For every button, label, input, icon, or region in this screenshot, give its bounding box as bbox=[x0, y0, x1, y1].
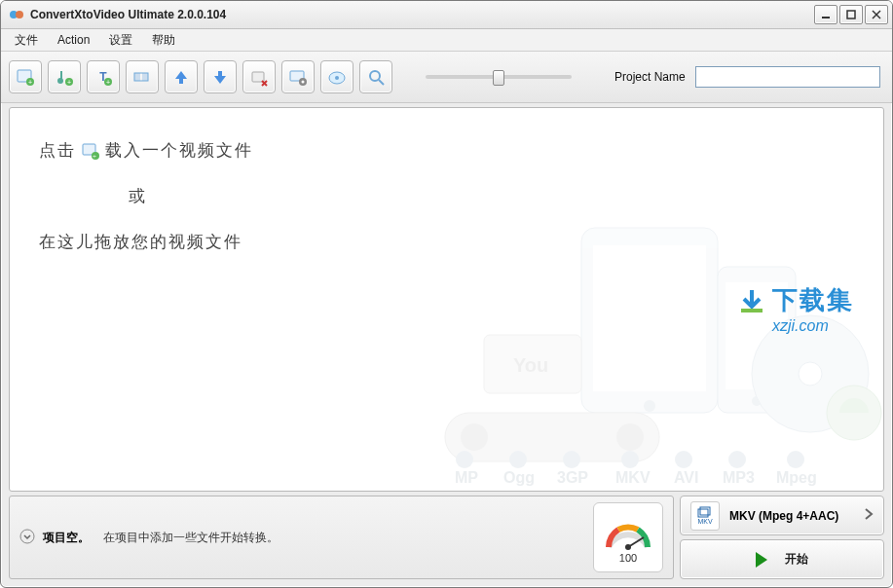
menu-help[interactable]: 帮助 bbox=[142, 29, 185, 51]
menu-action[interactable]: Action bbox=[48, 29, 99, 51]
mini-add-file-icon: + bbox=[82, 142, 99, 160]
svg-point-23 bbox=[302, 81, 305, 84]
svg-point-57 bbox=[728, 451, 746, 468]
drop-area[interactable]: 点击 + 载入一个视频文件 或 在这儿拖放您的视频文件 You bbox=[9, 107, 884, 492]
status-panel: 项目空。 在项目中添加一些文件开始转换。 100 bbox=[9, 496, 674, 579]
svg-point-58 bbox=[787, 451, 804, 468]
download-arrow-icon bbox=[737, 287, 766, 316]
svg-rect-35 bbox=[726, 282, 788, 389]
footer: 项目空。 在项目中添加一些文件开始转换。 100 MKV bbox=[9, 496, 884, 579]
svg-point-42 bbox=[461, 423, 488, 451]
add-segment-button[interactable] bbox=[126, 60, 159, 93]
svg-text:MKV: MKV bbox=[615, 469, 651, 486]
minimize-button[interactable] bbox=[814, 5, 837, 24]
svg-point-53 bbox=[509, 451, 527, 468]
svg-point-61 bbox=[625, 544, 631, 550]
svg-text:MP: MP bbox=[455, 469, 478, 486]
zoom-slider[interactable] bbox=[426, 67, 572, 87]
svg-text:+: + bbox=[28, 79, 32, 86]
svg-point-59 bbox=[20, 530, 34, 543]
svg-rect-32 bbox=[593, 245, 706, 391]
project-name-label: Project Name bbox=[614, 70, 686, 84]
add-text-button[interactable]: T+ bbox=[87, 60, 120, 93]
svg-point-9 bbox=[57, 78, 63, 84]
svg-point-25 bbox=[335, 76, 339, 80]
format-label: MKV (Mpeg 4+AAC) bbox=[729, 509, 838, 523]
drop-load-label: 载入一个视频文件 bbox=[105, 139, 253, 162]
svg-text:You: You bbox=[513, 354, 548, 376]
window-title: ConvertXtoVideo Ultimate 2.0.0.104 bbox=[30, 8, 814, 21]
svg-text:+: + bbox=[93, 153, 98, 160]
svg-text:MP3: MP3 bbox=[723, 469, 755, 486]
close-button[interactable] bbox=[865, 5, 888, 24]
window-controls bbox=[814, 5, 888, 24]
svg-text:AVI: AVI bbox=[674, 469, 698, 486]
svg-point-54 bbox=[563, 451, 580, 468]
svg-line-27 bbox=[379, 80, 384, 85]
titlebar: ConvertXtoVideo Ultimate 2.0.0.104 bbox=[1, 1, 892, 29]
add-audio-button[interactable]: + bbox=[48, 60, 81, 93]
chevron-right-icon bbox=[864, 507, 874, 524]
svg-point-43 bbox=[616, 423, 644, 451]
maximize-button[interactable] bbox=[839, 5, 863, 24]
project-name-input[interactable] bbox=[695, 66, 880, 88]
watermark-zh: 下载集 bbox=[772, 283, 854, 317]
move-down-button[interactable] bbox=[204, 60, 237, 93]
start-button[interactable]: 开始 bbox=[680, 539, 884, 579]
start-label: 开始 bbox=[785, 551, 808, 568]
status-desc: 在项目中添加一些文件开始转换。 bbox=[103, 530, 279, 546]
svg-point-55 bbox=[621, 451, 639, 468]
format-selector[interactable]: MKV MKV (Mpeg 4+AAC) bbox=[680, 496, 884, 535]
watermark-en: xzji.com bbox=[772, 317, 854, 335]
svg-point-26 bbox=[370, 71, 380, 81]
right-panel: MKV MKV (Mpeg 4+AAC) 开始 bbox=[680, 496, 884, 579]
settings-button[interactable] bbox=[281, 60, 315, 93]
devices-illustration: You MPOgg3GP MKVAVIMP3Mpeg bbox=[377, 218, 883, 491]
format-icon: MKV bbox=[690, 501, 720, 531]
status-title: 项目空。 bbox=[43, 530, 90, 546]
menu-settings[interactable]: 设置 bbox=[99, 29, 142, 51]
svg-point-44 bbox=[827, 386, 881, 440]
svg-rect-31 bbox=[581, 228, 718, 413]
svg-rect-3 bbox=[847, 11, 855, 18]
status-expand-icon[interactable] bbox=[19, 529, 35, 547]
svg-point-52 bbox=[456, 451, 473, 468]
toolbar: + + T+ Project Name bbox=[1, 52, 892, 103]
quality-gauge: 100 bbox=[593, 502, 663, 572]
svg-text:Ogg: Ogg bbox=[503, 469, 535, 486]
svg-point-38 bbox=[799, 362, 822, 386]
menubar: 文件 Action 设置 帮助 bbox=[1, 29, 892, 52]
remove-button[interactable] bbox=[242, 60, 276, 93]
svg-point-1 bbox=[16, 11, 23, 18]
svg-rect-41 bbox=[445, 413, 659, 461]
app-window: ConvertXtoVideo Ultimate 2.0.0.104 文件 Ac… bbox=[0, 0, 893, 588]
svg-text:3GP: 3GP bbox=[557, 469, 588, 486]
play-icon bbox=[756, 552, 767, 568]
svg-point-36 bbox=[752, 396, 762, 406]
svg-rect-16 bbox=[142, 73, 148, 81]
drop-drag-label: 在这儿拖放您的视频文件 bbox=[39, 231, 253, 253]
svg-rect-34 bbox=[718, 267, 796, 413]
menu-file[interactable]: 文件 bbox=[5, 29, 48, 51]
gauge-value: 100 bbox=[619, 552, 637, 564]
drop-hint: 点击 + 载入一个视频文件 或 在这儿拖放您的视频文件 bbox=[39, 139, 253, 276]
svg-text:+: + bbox=[67, 79, 71, 86]
svg-rect-39 bbox=[484, 335, 581, 393]
app-icon bbox=[9, 7, 24, 22]
svg-point-37 bbox=[752, 315, 869, 432]
svg-point-56 bbox=[675, 451, 692, 468]
preview-button[interactable] bbox=[359, 60, 392, 93]
burn-button[interactable] bbox=[320, 60, 353, 93]
svg-rect-18 bbox=[252, 72, 264, 82]
svg-text:+: + bbox=[106, 79, 110, 86]
svg-rect-15 bbox=[134, 73, 140, 81]
svg-text:Mpeg: Mpeg bbox=[776, 469, 817, 486]
drop-click-label: 点击 bbox=[39, 139, 76, 162]
watermark: 下载集 xzji.com bbox=[772, 283, 854, 335]
add-file-button[interactable]: + bbox=[9, 60, 42, 93]
move-up-button[interactable] bbox=[165, 60, 198, 93]
drop-or-label: 或 bbox=[129, 185, 253, 207]
svg-point-33 bbox=[644, 400, 655, 412]
